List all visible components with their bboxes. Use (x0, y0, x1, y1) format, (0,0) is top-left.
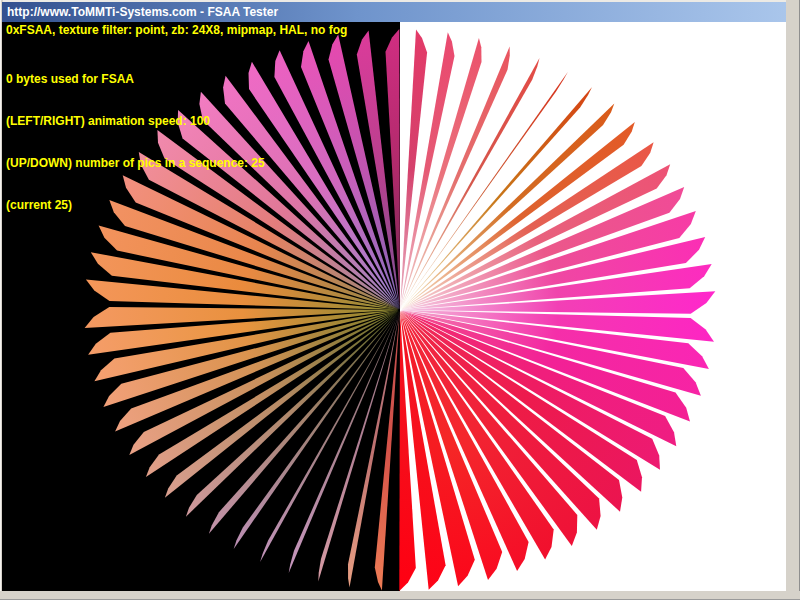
fsaa-status-line: 0xFSAA, texture filter: point, zb: 24X8,… (6, 23, 347, 37)
hud-bytes-line: 0 bytes used for FSAA (6, 72, 265, 86)
hud-overlay: 0xFSAA, texture filter: point, zb: 24X8,… (4, 23, 24, 79)
app-window: http://www.ToMMTi-Systems.com - FSAA Tes… (0, 0, 800, 600)
hud-current-line: (current 25) (6, 198, 265, 212)
window-border-right (786, 0, 800, 600)
render-area: 0xFSAA, texture filter: point, zb: 24X8,… (2, 22, 787, 593)
hud-info-block: 0 bytes used for FSAA (LEFT/RIGHT) anima… (6, 44, 265, 240)
window-border-bottom (0, 591, 800, 600)
hud-sequence-line: (UP/DOWN) number of pics in a sequence: … (6, 156, 265, 170)
window-title: http://www.ToMMTi-Systems.com - FSAA Tes… (7, 5, 278, 19)
hud-speed-line: (LEFT/RIGHT) animation speed: 100 (6, 114, 265, 128)
title-bar[interactable]: http://www.ToMMTi-Systems.com - FSAA Tes… (2, 2, 797, 22)
